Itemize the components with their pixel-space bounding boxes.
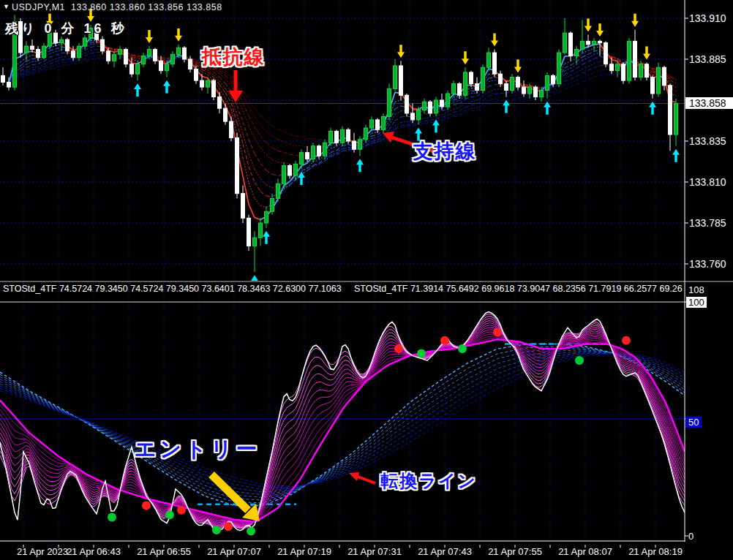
ma-ribbon-segment <box>524 97 530 98</box>
ma-ribbon-segment <box>44 69 50 71</box>
blue-stoch-fan-line <box>0 347 685 503</box>
collapse-triangle-icon[interactable]: ▼ <box>3 3 10 10</box>
bull-candle <box>382 116 386 129</box>
ma-ribbon-segment <box>290 144 296 145</box>
bear-candle <box>516 77 520 87</box>
bull-candle <box>446 94 450 107</box>
ma-ribbon-segment <box>418 121 424 123</box>
bear-candle <box>236 138 239 194</box>
ma-ribbon-segment <box>512 91 518 92</box>
bear-candle <box>475 84 479 91</box>
chart-canvas[interactable] <box>0 0 733 560</box>
ma-ribbon-segment <box>284 142 290 144</box>
ma-ribbon-segment <box>73 63 79 64</box>
bear-candle <box>31 46 34 49</box>
ma-ribbon-segment <box>255 183 260 192</box>
ma-ribbon-segment <box>44 61 50 64</box>
ma-ribbon-segment <box>91 46 97 47</box>
bull-candle <box>259 223 263 238</box>
ma-ribbon-segment <box>565 68 571 71</box>
bull-candle <box>364 128 368 140</box>
main-chart-area[interactable] <box>0 0 685 288</box>
bear-candle <box>598 41 602 42</box>
ma-ribbon-segment <box>26 70 32 72</box>
bull-candle <box>300 153 304 164</box>
ma-ribbon-segment <box>454 107 459 109</box>
bull-candle <box>271 198 274 211</box>
ma-ribbon-segment <box>243 91 249 100</box>
ma-ribbon-segment <box>237 83 243 91</box>
sell-arrow-icon <box>462 58 469 64</box>
bear-candle <box>130 64 134 74</box>
ma-ribbon-segment <box>26 72 32 74</box>
blue-stoch-fan-line <box>0 353 685 486</box>
bear-candle <box>669 86 672 135</box>
ma-ribbon-segment <box>225 83 231 91</box>
ma-ribbon-segment <box>582 58 588 61</box>
ma-ribbon-segment <box>395 106 401 109</box>
ma-ribbon-segment <box>401 126 407 127</box>
ma-ribbon-segment <box>407 124 413 125</box>
red-signal-dot <box>622 336 631 345</box>
ma-ribbon-segment <box>512 98 518 99</box>
bear-candle <box>405 95 409 113</box>
time-axis-label: 21 Apr 07:55 <box>488 546 542 557</box>
ma-ribbon-segment <box>565 61 571 64</box>
bear-candle <box>124 50 128 64</box>
sell-arrow-icon <box>175 36 182 42</box>
time-axis-label: 21 Apr 06:55 <box>137 546 191 557</box>
bull-candle <box>142 56 146 64</box>
time-axis-label: 21 Apr 07:19 <box>277 546 331 557</box>
ma-ribbon-segment <box>219 84 225 92</box>
ma-ribbon-segment <box>582 50 588 53</box>
bear-candle <box>622 64 625 80</box>
time-axis-label: 21 Apr 07:43 <box>418 546 472 557</box>
stoch-header-right: STOStd_4TF 71.3914 75.6492 69.9618 73.90… <box>354 284 683 294</box>
sell-arrow-icon <box>631 21 639 27</box>
ma-ribbon-segment <box>38 69 44 72</box>
ma-ribbon-segment <box>32 67 38 68</box>
ma-ribbon-segment <box>249 183 255 198</box>
bear-candle <box>1 75 5 82</box>
bear-candle <box>534 87 538 97</box>
bear-candle <box>37 50 40 58</box>
bear-candle <box>552 75 555 83</box>
bull-candle <box>511 77 514 91</box>
ma-ribbon-segment <box>97 58 102 58</box>
ma-ribbon-segment <box>448 113 454 116</box>
green-signal-dot <box>575 356 584 365</box>
ma-ribbon-segment <box>465 111 471 113</box>
ma-ribbon-segment <box>73 58 79 59</box>
bull-candle <box>540 91 544 97</box>
bear-candle <box>72 51 75 58</box>
ma-ribbon-segment <box>249 140 255 154</box>
indicator-area[interactable] <box>0 283 685 541</box>
ma-ribbon-segment <box>483 104 489 107</box>
ma-ribbon-segment <box>553 89 559 92</box>
bear-candle <box>634 41 637 77</box>
ma-ribbon-segment <box>594 56 600 58</box>
bull-candle <box>171 54 175 64</box>
ma-ribbon-segment <box>290 135 296 136</box>
bull-candle <box>674 103 678 135</box>
bull-candle <box>253 238 257 246</box>
ma-ribbon-segment <box>260 164 266 170</box>
ma-ribbon-segment <box>571 65 576 69</box>
time-axis-label: 21 Apr 06:43 <box>67 546 121 557</box>
ma-ribbon-segment <box>243 144 249 167</box>
ma-ribbon-segment <box>459 110 465 113</box>
ma-ribbon-segment <box>471 104 477 105</box>
ma-ribbon-segment <box>50 49 56 50</box>
ma-ribbon-segment <box>337 145 342 146</box>
bull-candle <box>136 64 140 74</box>
ma-ribbon-segment <box>571 58 576 61</box>
bull-candle <box>593 41 596 44</box>
ma-ribbon-segment <box>260 116 266 121</box>
bear-candle <box>347 129 350 141</box>
bear-candle <box>429 102 432 113</box>
bull-candle <box>165 64 169 71</box>
ma-ribbon-segment <box>260 179 266 185</box>
ma-ribbon-segment <box>612 74 617 75</box>
ma-ribbon-segment <box>260 125 266 132</box>
bull-candle <box>294 164 298 175</box>
